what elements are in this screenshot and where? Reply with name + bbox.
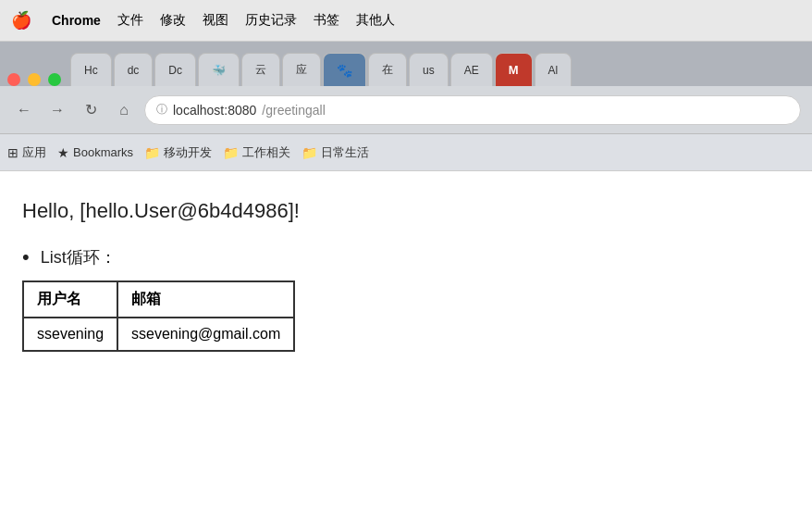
tab-docker[interactable]: 🐳 <box>198 53 240 86</box>
tab-paw[interactable]: 🐾 <box>323 53 366 86</box>
tab-app[interactable]: 应 <box>282 53 321 86</box>
bookmark-mobile-dev[interactable]: 📁 移动开发 <box>144 144 212 161</box>
menu-history[interactable]: 历史记录 <box>245 12 297 29</box>
maximize-button[interactable] <box>48 73 61 86</box>
list-label: List循环： <box>41 246 117 268</box>
url-path: /greetingall <box>262 103 326 118</box>
bookmark-bookmarks-label: Bookmarks <box>73 145 133 159</box>
tab-cloud[interactable]: 云 <box>241 53 280 86</box>
bookmark-mobile-dev-label: 移动开发 <box>164 144 212 161</box>
bookmarks-bar: ⊞ 应用 ★ Bookmarks 📁 移动开发 📁 工作相关 📁 日常生活 <box>0 134 812 171</box>
list-header: • List循环： <box>22 245 790 269</box>
bookmark-work[interactable]: 📁 工作相关 <box>223 144 290 161</box>
tabs-container: Hc dc Dc 🐳 云 应 🐾 在 us AE M Al <box>70 53 805 86</box>
lock-icon: ⓘ <box>156 102 167 118</box>
reload-button[interactable]: ↻ <box>78 97 104 123</box>
menu-bookmarks[interactable]: 书签 <box>314 12 339 29</box>
cell-email: ssevening@gmail.com <box>117 318 294 351</box>
menu-view[interactable]: 视图 <box>203 12 228 29</box>
url-bar[interactable]: ⓘ localhost:8080/greetingall <box>144 95 801 125</box>
tab-us[interactable]: us <box>409 53 449 86</box>
home-button[interactable]: ⌂ <box>111 97 137 123</box>
address-bar: ← → ↻ ⌂ ⓘ localhost:8080/greetingall <box>0 86 812 134</box>
menu-chrome[interactable]: Chrome <box>52 13 101 28</box>
folder-icon-1: 📁 <box>144 145 160 160</box>
greeting-text: Hello, [hello.User@6b4d4986]! <box>22 199 790 223</box>
list-section: • List循环： 用户名 邮箱 ssevening ssevening@gma… <box>22 245 790 352</box>
minimize-button[interactable] <box>28 73 41 86</box>
menu-other[interactable]: 其他人 <box>356 12 395 29</box>
menu-file[interactable]: 文件 <box>117 12 143 29</box>
star-icon: ★ <box>57 145 69 160</box>
bullet-icon: • <box>22 245 30 269</box>
col-header-username: 用户名 <box>23 281 117 318</box>
folder-icon-3: 📁 <box>301 145 317 160</box>
cell-username: ssevening <box>23 318 117 351</box>
folder-icon-2: 📁 <box>223 145 239 160</box>
menu-edit[interactable]: 修改 <box>160 12 186 29</box>
tab-zai[interactable]: 在 <box>368 53 407 86</box>
user-table: 用户名 邮箱 ssevening ssevening@gmail.com <box>22 280 295 352</box>
bookmark-apps[interactable]: ⊞ 应用 <box>7 144 46 161</box>
url-host: localhost:8080 <box>173 103 256 118</box>
tab-gmail[interactable]: M <box>495 53 533 86</box>
menu-bar: 🍎 Chrome 文件 修改 视图 历史记录 书签 其他人 <box>0 0 812 42</box>
back-button[interactable]: ← <box>11 97 37 123</box>
tab-ae[interactable]: AE <box>450 53 493 86</box>
bookmark-daily[interactable]: 📁 日常生活 <box>301 144 369 161</box>
tab-dc1[interactable]: dc <box>114 53 154 86</box>
col-header-email: 邮箱 <box>117 281 294 318</box>
tab-hc[interactable]: Hc <box>70 53 112 86</box>
table-row: ssevening ssevening@gmail.com <box>23 318 294 351</box>
apps-icon: ⊞ <box>7 145 18 160</box>
window-controls <box>7 73 61 86</box>
bookmark-apps-label: 应用 <box>22 144 46 161</box>
tab-dc2[interactable]: Dc <box>154 53 196 86</box>
apple-logo-icon: 🍎 <box>11 10 31 31</box>
bookmark-work-label: 工作相关 <box>242 144 290 161</box>
page-content: Hello, [hello.User@6b4d4986]! • List循环： … <box>0 171 812 398</box>
bookmark-bookmarks[interactable]: ★ Bookmarks <box>57 145 133 160</box>
bookmark-daily-label: 日常生活 <box>321 144 369 161</box>
forward-button[interactable]: → <box>44 97 70 123</box>
tab-al[interactable]: Al <box>535 53 572 86</box>
tab-bar: Hc dc Dc 🐳 云 应 🐾 在 us AE M Al <box>0 42 812 86</box>
close-button[interactable] <box>7 73 20 86</box>
